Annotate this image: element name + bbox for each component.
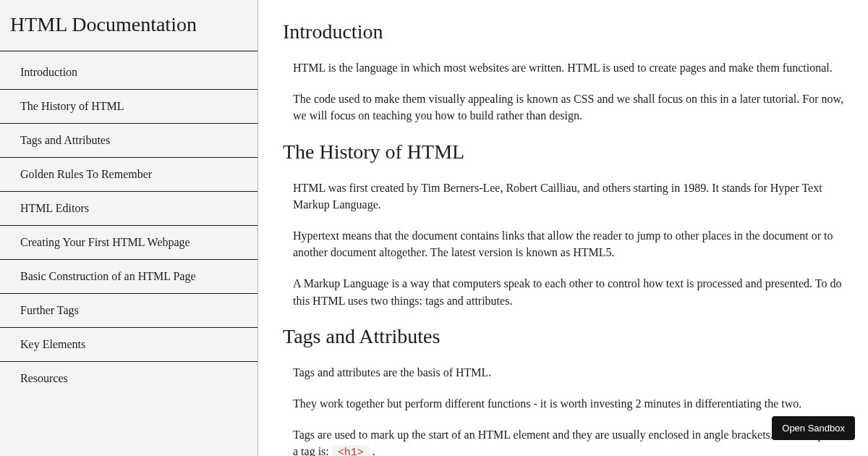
sidebar-item-further-tags[interactable]: Further Tags: [0, 294, 258, 328]
code-inline: <h1>: [332, 445, 370, 456]
sidebar-item-html-editors[interactable]: HTML Editors: [0, 192, 258, 226]
sidebar: HTML Documentation Introduction The Hist…: [0, 0, 258, 456]
sidebar-item-first-webpage[interactable]: Creating Your First HTML Webpage: [0, 226, 258, 260]
sidebar-item-key-elements[interactable]: Key Elements: [0, 328, 258, 362]
sidebar-item-golden-rules[interactable]: Golden Rules To Remember: [0, 158, 258, 192]
paragraph: The code used to make them visually appe…: [293, 90, 846, 124]
section-tags-attributes: Tags and Attributes Tags and attributes …: [283, 325, 846, 456]
sidebar-item-basic-construction[interactable]: Basic Construction of an HTML Page: [0, 260, 258, 294]
section-introduction: Introduction HTML is the language in whi…: [283, 20, 846, 124]
section-history: The History of HTML HTML was first creat…: [283, 140, 846, 309]
sidebar-title: HTML Documentation: [0, 9, 258, 51]
open-sandbox-button[interactable]: Open Sandbox: [772, 416, 855, 440]
paragraph-text: .: [373, 445, 375, 456]
main-content: Introduction HTML is the language in whi…: [258, 0, 868, 456]
section-heading: Tags and Attributes: [283, 325, 846, 348]
sidebar-item-tags-attributes[interactable]: Tags and Attributes: [0, 124, 258, 158]
paragraph: Tags and attributes are the basis of HTM…: [293, 364, 846, 381]
sidebar-item-history[interactable]: The History of HTML: [0, 90, 258, 124]
paragraph: Hypertext means that the document contai…: [293, 227, 846, 261]
sidebar-item-resources[interactable]: Resources: [0, 362, 258, 395]
section-heading: The History of HTML: [283, 140, 846, 164]
paragraph-text: Tags are used to mark up the start of an…: [293, 428, 844, 456]
sidebar-nav: Introduction The History of HTML Tags an…: [0, 51, 258, 395]
paragraph: They work together but perform different…: [293, 395, 846, 412]
paragraph: HTML is the language in which most websi…: [293, 59, 846, 76]
paragraph: HTML was first created by Tim Berners-Le…: [293, 180, 846, 213]
section-heading: Introduction: [283, 20, 846, 43]
sidebar-item-introduction[interactable]: Introduction: [0, 56, 258, 90]
paragraph: A Markup Language is a way that computer…: [293, 275, 846, 308]
paragraph: Tags are used to mark up the start of an…: [293, 426, 846, 456]
